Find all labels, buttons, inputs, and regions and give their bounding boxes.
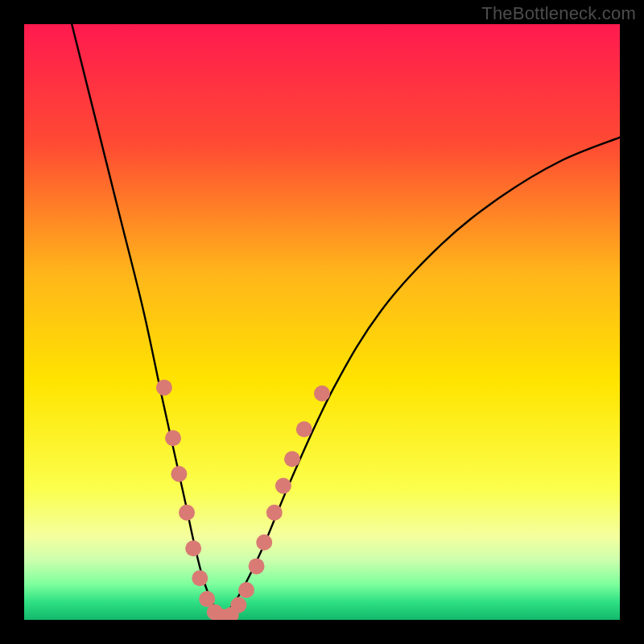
curve-marker: [314, 386, 330, 402]
curve-marker: [275, 478, 291, 494]
curve-marker: [266, 505, 283, 521]
curve-marker: [230, 597, 246, 613]
curve-marker: [185, 540, 201, 556]
curve-marker: [171, 466, 187, 482]
curve-marker: [296, 421, 312, 437]
chart-frame: [24, 24, 620, 620]
curve-marker: [192, 570, 208, 586]
curve-marker: [249, 558, 265, 574]
curve-marker: [156, 379, 172, 395]
gradient-background: [24, 24, 620, 620]
curve-marker: [179, 505, 195, 521]
watermark-text: TheBottleneck.com: [481, 3, 636, 24]
bottleneck-curve-chart: [24, 24, 620, 620]
curve-marker: [165, 430, 181, 446]
curve-marker: [256, 535, 272, 551]
curve-marker: [238, 582, 254, 598]
curve-marker: [284, 451, 300, 467]
